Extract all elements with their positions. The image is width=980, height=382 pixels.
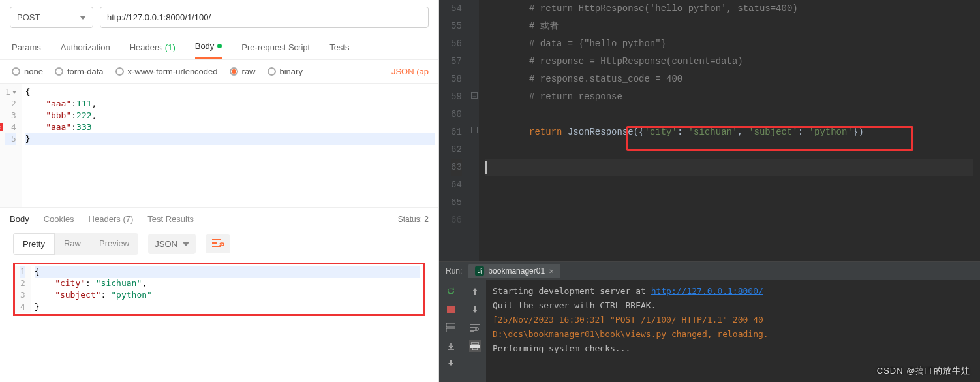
svg-rect-2 [446,328,455,332]
tab-tests[interactable]: Tests [329,41,349,59]
print-icon[interactable] [469,340,481,352]
response-type-select[interactable]: JSON [148,234,196,254]
response-body-highlight: 1 2 3 4 { "city": "sichuan", "subject": … [13,263,425,316]
stop-icon[interactable] [445,304,457,315]
radio-none[interactable]: none [12,67,43,76]
django-icon: dj [475,266,484,276]
view-pretty[interactable]: Pretty [13,233,55,255]
fold-icon[interactable]: — [471,92,478,99]
response-status: Status: 2 [398,215,429,224]
request-body-editor[interactable]: 1 2 3 ✖4 5 { "aaa":111, "bbb":222, "aaa"… [0,84,438,208]
response-body-editor[interactable]: 1 2 3 4 { "city": "sichuan", "subject": … [15,266,423,313]
svg-rect-1 [446,323,455,327]
chevron-down-icon [80,16,86,20]
fold-icon[interactable]: — [471,127,478,133]
content-type-select[interactable]: JSON (ap [391,67,429,76]
postman-panel: POST Params Authorization Headers (1) Bo… [0,0,439,382]
radio-urlencoded[interactable]: x-www-form-urlencoded [115,67,218,76]
run-label: Run: [446,266,462,276]
tab-prerequest[interactable]: Pre-request Script [241,41,310,59]
layout-icon[interactable] [445,322,457,334]
radio-form-data[interactable]: form-data [55,67,104,76]
radio-binary[interactable]: binary [268,67,303,76]
tab-body[interactable]: Body [195,41,222,59]
console-output[interactable]: Starting development server at http://12… [486,280,980,382]
resp-tab-headers[interactable]: Headers (7) [89,214,134,224]
resp-tab-cookies[interactable]: Cookies [44,214,74,224]
rerun-icon[interactable] [445,285,457,297]
caret-icon [485,161,487,174]
server-url-link[interactable]: http://127.0.0.1:8000/ [651,286,763,296]
http-method-select[interactable]: POST [10,7,93,28]
view-raw[interactable]: Raw [55,233,90,255]
view-preview[interactable]: Preview [90,233,138,255]
down-icon[interactable] [469,304,481,315]
dot-icon [217,44,222,48]
resp-tab-tests[interactable]: Test Results [147,214,194,224]
http-method-value: POST [17,12,40,22]
run-tab[interactable]: dj bookmanager01 ✕ [468,264,560,278]
up-icon[interactable] [469,285,481,297]
url-input[interactable] [100,7,429,28]
wrap-lines-button[interactable] [206,234,230,253]
soft-wrap-icon[interactable] [469,322,481,334]
tab-headers[interactable]: Headers (1) [130,41,176,59]
radio-raw[interactable]: raw [230,67,256,76]
resp-tab-body[interactable]: Body [10,214,29,224]
close-icon[interactable]: ✕ [549,268,554,275]
export-icon[interactable] [445,340,457,352]
svg-rect-3 [472,342,478,345]
ide-panel: 54 55 56 57 58 59 60 61 62 63 64 65 66 —… [439,0,980,382]
view-mode-group: Pretty Raw Preview [13,233,138,255]
code-editor[interactable]: 54 55 56 57 58 59 60 61 62 63 64 65 66 —… [439,0,980,261]
tab-authorization[interactable]: Authorization [61,41,110,59]
pin-icon[interactable] [445,358,457,370]
error-icon: ✖ [0,123,3,131]
tab-params[interactable]: Params [12,41,41,59]
chevron-down-icon [183,242,189,246]
svg-rect-0 [447,306,455,313]
run-panel: Run: dj bookmanager01 ✕ Star [439,261,980,382]
